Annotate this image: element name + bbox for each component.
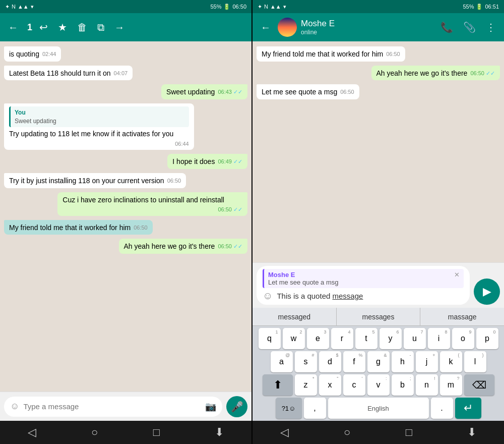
key-v[interactable]: :v [367, 374, 390, 396]
table-row: Ah yeah here we go it's there 06:50 ✓✓ [4, 239, 247, 254]
compose-input-line: ☺ This is a quoted message [263, 290, 464, 302]
key-y[interactable]: 6y [380, 328, 402, 349]
key-u[interactable]: 7u [404, 328, 426, 349]
message-time: 06:50 [340, 88, 354, 96]
message-text: Sweet updating [166, 88, 215, 96]
avatar [278, 18, 297, 37]
message-bubble: is quoting 02:44 [4, 46, 61, 62]
message-bubble: You Sweet updating Try updating to 118 l… [4, 103, 194, 150]
home-nav-icon[interactable]: ○ [340, 422, 354, 443]
contact-status: online [301, 29, 433, 36]
phone-icon[interactable]: 📞 [437, 18, 456, 36]
key-p[interactable]: 0p [476, 328, 498, 349]
star-icon[interactable]: ★ [55, 18, 70, 36]
mic-button[interactable]: 🎤 [226, 396, 247, 417]
send-button[interactable]: ▶ [474, 279, 500, 305]
message-bubble: Ah yeah here we go it's there 06:50 ✓✓ [371, 66, 500, 81]
message-input[interactable] [23, 402, 201, 411]
forward-icon[interactable]: → [111, 19, 128, 36]
send-icon: ▶ [483, 285, 491, 298]
mic-icon: 🎤 [231, 401, 243, 413]
table-row: My friend told me that it worked for him… [257, 46, 500, 62]
suggestion-2[interactable]: messages [337, 308, 421, 325]
compose-emoji-button[interactable]: ☺ [263, 290, 273, 302]
message-time: 06:44 [175, 140, 189, 148]
numbers-key[interactable]: ?1☺ [276, 398, 302, 419]
camera-button[interactable]: 📷 [205, 401, 216, 412]
home-nav-icon[interactable]: ○ [87, 422, 102, 443]
space-key[interactable]: English [328, 398, 429, 419]
key-k[interactable]: (k [440, 351, 462, 372]
delete-icon[interactable]: 🗑 [74, 19, 90, 36]
wifi-icon: ▾ [31, 4, 34, 10]
key-e[interactable]: 3e [307, 328, 329, 349]
table-row: Ah yeah here we go it's there 06:50 ✓✓ [257, 66, 500, 81]
bluetooth-icon: ✦ [258, 4, 262, 10]
message-time: 06:50 [167, 177, 181, 185]
key-s[interactable]: #s [295, 351, 317, 372]
message-bubble: Try it by just installing 118 on your cu… [4, 173, 186, 188]
left-chat-area: is quoting 02:44 Latest Beta 118 should … [0, 41, 251, 392]
key-r[interactable]: 4r [331, 328, 353, 349]
download-nav-icon[interactable]: ⬇ [211, 422, 228, 443]
key-m[interactable]: ?m [440, 374, 462, 396]
table-row: My friend told me that it worked for him… [4, 220, 247, 235]
attach-icon[interactable]: 📎 [460, 18, 479, 36]
bluetooth-icon: ✦ [5, 4, 10, 10]
comma-key[interactable]: , [304, 398, 326, 419]
shift-key[interactable]: ⬆ [263, 374, 293, 396]
message-text: is quoting [9, 50, 39, 58]
suggestion-1[interactable]: messaged [253, 308, 337, 325]
compose-text-display[interactable]: This is a quoted message [277, 292, 464, 300]
signal-icon: ▲▲ [270, 4, 281, 10]
key-d[interactable]: $d [319, 351, 341, 372]
kbd-row-4: ?1☺ , English . ↵ [254, 398, 502, 419]
reply-icon[interactable]: ↩ [36, 18, 51, 36]
key-t[interactable]: 5t [355, 328, 377, 349]
key-x[interactable]: "x [319, 374, 341, 396]
key-j[interactable]: +j [416, 351, 438, 372]
close-quote-button[interactable]: ✕ [454, 271, 460, 279]
message-time: 06:43 ✓✓ [218, 88, 242, 96]
key-b[interactable]: ;b [392, 374, 414, 396]
download-nav-icon[interactable]: ⬇ [463, 422, 480, 443]
compose-area: Moshe E Let me see quote a msg ✕ ☺ This … [253, 262, 504, 308]
message-input-area[interactable]: ☺ 📷 [4, 397, 222, 417]
key-o[interactable]: 9o [452, 328, 474, 349]
period-key[interactable]: . [431, 398, 453, 419]
enter-key[interactable]: ↵ [455, 398, 481, 419]
back-button[interactable]: ← [5, 19, 21, 36]
message-time: 06:49 ✓✓ [218, 158, 242, 165]
back-nav-icon[interactable]: ◁ [276, 422, 293, 443]
right-chat-area: My friend told me that it worked for him… [253, 41, 504, 262]
key-a[interactable]: @a [271, 351, 293, 372]
message-bubble-highlighted: My friend told me that it worked for him… [4, 220, 153, 235]
table-row: Try it by just installing 118 on your cu… [4, 173, 247, 188]
key-g[interactable]: &g [367, 351, 390, 372]
kbd-row-3: ⬆ *z "x 'c :v ;b !n ?m ⌫ [254, 374, 502, 396]
key-q[interactable]: 1q [259, 328, 281, 349]
key-w[interactable]: 2w [283, 328, 305, 349]
recent-nav-icon[interactable]: □ [402, 422, 416, 443]
compose-input-container[interactable]: Moshe E Let me see quote a msg ✕ ☺ This … [257, 266, 470, 305]
more-icon[interactable]: ⋮ [483, 18, 499, 36]
emoji-button[interactable]: ☺ [10, 401, 19, 412]
table-row: Sweet updating 06:43 ✓✓ [4, 84, 247, 99]
tick-icon: ✓✓ [233, 243, 242, 249]
key-h[interactable]: -h [392, 351, 414, 372]
key-c[interactable]: 'c [343, 374, 365, 396]
key-n[interactable]: !n [416, 374, 438, 396]
recent-nav-icon[interactable]: □ [149, 422, 164, 443]
suggestion-3[interactable]: massage [420, 308, 504, 325]
key-i[interactable]: 8i [428, 328, 450, 349]
avatar-image [278, 18, 297, 37]
copy-icon[interactable]: ⧉ [94, 19, 107, 36]
backspace-key[interactable]: ⌫ [464, 374, 494, 396]
back-button[interactable]: ← [258, 19, 274, 36]
key-l[interactable]: )l [464, 351, 486, 372]
message-text: Try updating to 118 let me know if it ac… [9, 130, 173, 138]
tick-icon: ✓✓ [233, 158, 242, 164]
key-f[interactable]: %f [343, 351, 365, 372]
back-nav-icon[interactable]: ◁ [24, 422, 40, 443]
key-z[interactable]: *z [295, 374, 317, 396]
